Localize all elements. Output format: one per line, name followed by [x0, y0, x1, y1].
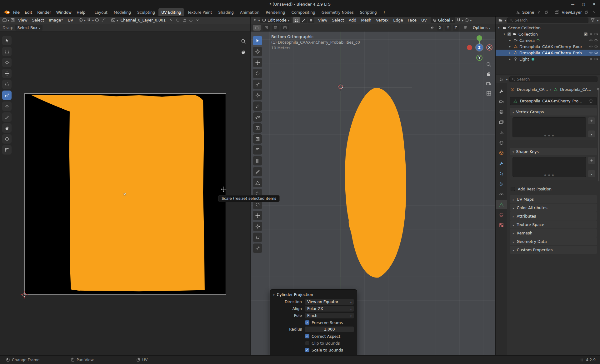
uv-menu-image[interactable]: Image*: [47, 18, 65, 22]
outliner-row-mesh-bour[interactable]: Drosophila_CAAX-mCherry_Bour: [496, 43, 600, 50]
color-attributes-panel-header[interactable]: Color Attributes: [510, 204, 597, 212]
collection-exclude-checkbox[interactable]: [584, 32, 588, 36]
pin-scene-icon[interactable]: [536, 9, 542, 15]
uv-menu-select[interactable]: Select: [30, 18, 47, 22]
tab-material[interactable]: [496, 210, 507, 219]
vp-snap-magnet-icon[interactable]: [456, 17, 462, 23]
uv-image-browse-icon[interactable]: [110, 17, 116, 23]
workspace-tab-layout[interactable]: Layout: [92, 8, 110, 16]
disable-in-renders-icon[interactable]: [594, 38, 598, 42]
vp-tool-annotate-button[interactable]: [253, 101, 262, 111]
vp-tool-rip-region-button[interactable]: [253, 243, 262, 253]
collection-enable-checkbox[interactable]: [508, 32, 511, 36]
outliner-filter-icon[interactable]: [590, 17, 596, 23]
vp-menu-select[interactable]: Select: [330, 18, 346, 22]
uv-maps-panel-header[interactable]: UV Maps: [510, 195, 597, 203]
workspace-tab-rendering[interactable]: Rendering: [263, 8, 288, 16]
vp-tool-scale-button[interactable]: [253, 80, 262, 89]
tab-constraints[interactable]: [496, 189, 507, 199]
cylinder-projection-panel[interactable]: Cylinder Projection Direction View on Eq…: [270, 289, 357, 355]
uv-editor-type-chevron-icon[interactable]: [8, 18, 9, 22]
uv-tool-cursor-button[interactable]: [2, 58, 12, 67]
uv-image-reload-icon[interactable]: [188, 17, 194, 23]
drag-mode-dropdown[interactable]: Select Box: [15, 25, 42, 31]
3d-cursor[interactable]: [337, 83, 345, 92]
select-mode-intersect-button[interactable]: [281, 25, 289, 31]
vertex-groups-list[interactable]: ● ● ●: [512, 117, 586, 137]
viewport-editor-type-chevron-icon[interactable]: [258, 18, 260, 22]
vp-menu-face[interactable]: Face: [406, 18, 419, 22]
remesh-panel-header[interactable]: Remesh: [510, 229, 597, 237]
uv-tool-rotate-button[interactable]: [2, 80, 12, 89]
uv-pivot-icon[interactable]: [78, 17, 84, 23]
tab-world[interactable]: [496, 138, 507, 147]
vp-proportional-edit-icon[interactable]: [464, 17, 470, 23]
tab-object[interactable]: [496, 148, 507, 158]
disable-in-renders-icon[interactable]: [594, 32, 598, 36]
options-dropdown[interactable]: Options: [471, 25, 492, 31]
outliner-editor-type-chevron-icon[interactable]: [505, 18, 506, 22]
vertex-select-mode-button[interactable]: [293, 17, 300, 23]
workspace-tab-animation[interactable]: Animation: [237, 8, 262, 16]
clip-to-bounds-checkbox[interactable]: [305, 341, 309, 345]
add-shape-key-button[interactable]: [588, 157, 595, 164]
workspace-tab-modeling[interactable]: Modeling: [111, 8, 134, 16]
minimize-button[interactable]: —: [571, 2, 575, 6]
gizmo-y-axis-ball[interactable]: Y: [476, 55, 482, 61]
shape-keys-panel-header[interactable]: Shape Keys: [510, 148, 597, 155]
vp-tool-bevel-button[interactable]: [253, 145, 262, 155]
workspace-tab-compositing[interactable]: Compositing: [288, 8, 318, 16]
uv-scale-gizmo-top-handle[interactable]: [125, 91, 125, 93]
blender-logo-icon[interactable]: [2, 9, 11, 15]
texture-space-panel-header[interactable]: Texture Space: [510, 220, 597, 229]
vp-tool-inset-button[interactable]: [253, 134, 262, 144]
uv-editor-type-icon[interactable]: [1, 17, 8, 23]
menu-file[interactable]: File: [11, 9, 22, 16]
properties-editor-type-icon[interactable]: [498, 76, 504, 82]
uv-menu-uv[interactable]: UV: [66, 18, 76, 22]
scale-to-bounds-checkbox[interactable]: [305, 348, 309, 352]
vp-menu-add[interactable]: Add: [347, 18, 358, 22]
menu-edit[interactable]: Edit: [22, 9, 35, 16]
camera-view-icon[interactable]: [486, 81, 492, 86]
snap-options-icon[interactable]: [462, 25, 469, 31]
uv-image-pack-icon[interactable]: [175, 17, 181, 23]
tab-modifiers[interactable]: [496, 159, 507, 168]
shape-keys-list[interactable]: ● ● ●: [512, 157, 586, 177]
vp-tool-transform-button[interactable]: [253, 91, 262, 100]
uv-tool-relax-button[interactable]: [2, 134, 12, 144]
outliner-search-input[interactable]: [515, 18, 586, 22]
select-mode-set-button[interactable]: [253, 25, 261, 31]
zoom-icon[interactable]: [486, 61, 492, 67]
new-scene-icon[interactable]: [543, 9, 550, 15]
properties-search[interactable]: [509, 76, 598, 82]
hide-in-viewport-icon[interactable]: [589, 45, 593, 48]
vp-tool-rotate-button[interactable]: [253, 69, 262, 78]
list-resize-grip[interactable]: ● ● ●: [544, 134, 555, 137]
radius-field[interactable]: 1.000: [305, 327, 354, 332]
menu-help[interactable]: Help: [74, 9, 88, 16]
vp-menu-vertex[interactable]: Vertex: [374, 18, 391, 22]
align-dropdown[interactable]: Polar ZX: [305, 306, 354, 312]
uv-image-unlink-icon[interactable]: [168, 17, 174, 23]
menu-window[interactable]: Window: [54, 9, 74, 16]
breadcrumb-object-name[interactable]: Drosophila_CA...: [517, 87, 548, 92]
vp-tool-move-button[interactable]: [253, 58, 262, 67]
uv-image-open-icon[interactable]: [181, 17, 188, 23]
outliner-row-camera[interactable]: Camera: [496, 37, 600, 43]
vp-tool-select-box-button[interactable]: [253, 36, 262, 45]
uv-tool-pinch-button[interactable]: [2, 145, 12, 155]
uv-tool-select-box-button[interactable]: [2, 47, 12, 56]
vp-tool-edge-slide-button[interactable]: [253, 211, 262, 220]
hide-in-viewport-icon[interactable]: [589, 38, 593, 42]
uv-snap-chevron-icon[interactable]: [92, 18, 93, 22]
properties-editor-type-chevron-icon[interactable]: [506, 77, 508, 81]
navigation-gizmo[interactable]: Z X Y: [467, 34, 495, 64]
uv-pivot-chevron-icon[interactable]: [84, 18, 85, 22]
menu-render[interactable]: Render: [35, 9, 54, 16]
vp-tool-loop-cut-button[interactable]: [253, 156, 262, 165]
gizmo-x-axis-ball[interactable]: X: [486, 44, 492, 51]
workspace-tab-sculpting[interactable]: Sculpting: [134, 8, 158, 16]
direction-dropdown[interactable]: View on Equator: [305, 299, 354, 305]
vp-menu-uv[interactable]: UV: [419, 18, 429, 22]
